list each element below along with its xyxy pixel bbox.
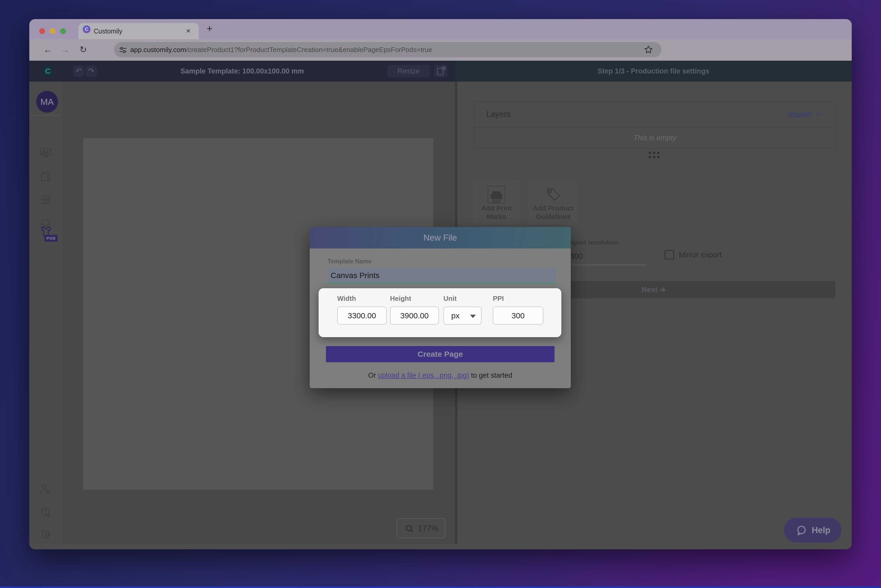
unit-value: px xyxy=(451,307,459,324)
unit-select[interactable]: px xyxy=(443,306,482,325)
url-bar[interactable]: app.customily.com/createProduct1?forProd… xyxy=(114,42,662,57)
mirror-export-label: Mirror export xyxy=(679,250,722,259)
panel-header-bar: Step 1/3 - Production file settings xyxy=(455,61,852,82)
dialog-title: New File xyxy=(310,227,571,249)
app-sidebar: MA POD xyxy=(29,82,62,544)
create-page-button[interactable]: Create Page xyxy=(326,346,555,362)
window-maximize-button[interactable] xyxy=(60,28,66,34)
template-name-label: Template Name xyxy=(327,258,371,265)
back-button[interactable]: ← xyxy=(41,39,54,61)
url-text: app.customily.com/createProduct1?forProd… xyxy=(130,42,643,57)
width-input[interactable] xyxy=(337,306,387,325)
customily-favicon-icon: C xyxy=(83,26,90,33)
redo-button[interactable]: ↷ xyxy=(86,66,97,77)
unit-label: Unit xyxy=(443,294,457,303)
browser-toolbar: ← → ↻ app.customily.com/createProduct1?f… xyxy=(29,39,852,61)
product-guidelines-tag-icon xyxy=(544,185,563,204)
account-settings-icon[interactable] xyxy=(39,483,52,496)
zoom-level: 177% xyxy=(418,519,438,539)
desktop: C Customily × + ← → ↻ app.customily.com/… xyxy=(0,0,881,588)
help-button[interactable]: Help xyxy=(784,518,842,543)
upload-file-link[interactable]: upload a file (.eps, .png, .jpg) xyxy=(378,371,469,379)
window-close-button[interactable] xyxy=(39,28,45,34)
customily-logo-icon: C xyxy=(42,66,53,76)
window-minimize-button[interactable] xyxy=(50,28,56,34)
desktop-dock-strip xyxy=(0,586,881,588)
url-path: /createProduct1?forProductTemplateCreati… xyxy=(186,46,432,54)
bookmark-star-icon[interactable] xyxy=(644,45,655,56)
dimensions-card: Width Height Unit PPI px xyxy=(318,288,561,337)
browser-window: C Customily × + ← → ↻ app.customily.com/… xyxy=(29,19,852,549)
logout-icon[interactable] xyxy=(39,528,52,541)
step-title: Step 1/3 - Production file settings xyxy=(455,61,852,82)
height-label: Height xyxy=(390,294,411,303)
sidebar-divider xyxy=(31,115,60,116)
pod-badge: POD xyxy=(45,235,57,242)
dropdown-arrow-icon xyxy=(470,315,476,318)
help-question-icon[interactable] xyxy=(39,506,52,518)
add-product-guidelines-button[interactable]: Add ProductGuidelines xyxy=(528,180,578,225)
editor-top-bar: Sample Template: 100.00x100.00 mm C ↶ ↷ … xyxy=(29,61,455,82)
new-file-dialog: New File Template Name Width Height Unit… xyxy=(310,227,571,388)
user-avatar[interactable]: MA xyxy=(36,91,58,113)
import-button[interactable]: Import xyxy=(788,102,812,127)
reload-button[interactable]: ↻ xyxy=(77,39,90,61)
width-label: Width xyxy=(337,294,356,303)
export-resolution-input[interactable]: 300 xyxy=(570,252,583,261)
store-icon[interactable] xyxy=(39,194,52,206)
add-page-icon[interactable] xyxy=(434,65,447,77)
resize-button[interactable]: Resize xyxy=(387,65,430,77)
chevron-down-icon[interactable] xyxy=(815,111,822,118)
export-resolution-underline xyxy=(567,265,645,265)
help-label: Help xyxy=(812,518,830,543)
zoom-magnifier-icon xyxy=(405,524,414,534)
template-name-input[interactable] xyxy=(327,268,556,284)
ppi-input[interactable] xyxy=(493,306,543,325)
templates-icon[interactable] xyxy=(39,170,52,183)
new-tab-button[interactable]: + xyxy=(203,19,216,39)
mirror-export-checkbox[interactable] xyxy=(665,250,674,260)
browser-tab-bar: C Customily × + xyxy=(29,19,852,39)
add-product-guidelines-label: Add ProductGuidelines xyxy=(528,204,578,221)
site-settings-icon[interactable] xyxy=(118,45,130,57)
ppi-label: PPI xyxy=(493,294,504,303)
add-print-marks-button[interactable]: Add PrintMarks xyxy=(473,180,520,225)
zoom-control[interactable]: 177% xyxy=(397,518,446,538)
tab-title: Customily xyxy=(94,23,122,39)
arrow-right-icon: ➜ xyxy=(660,286,666,294)
chat-bubble-icon xyxy=(795,525,807,537)
upload-hint: Or upload a file (.eps, .png, .jpg) to g… xyxy=(310,371,571,380)
layers-empty-text: This is empty xyxy=(474,128,836,148)
design-editor-icon[interactable] xyxy=(39,147,52,159)
tab-close-icon[interactable]: × xyxy=(183,23,194,39)
browser-tab[interactable]: C Customily × xyxy=(78,23,199,39)
drag-handle-icon[interactable] xyxy=(649,152,661,160)
height-input[interactable] xyxy=(390,306,439,325)
url-domain: app.customily.com xyxy=(130,46,186,54)
add-print-marks-label: Add PrintMarks xyxy=(473,204,520,221)
layers-panel: Layers Import This is empty xyxy=(474,101,836,148)
print-marks-icon xyxy=(488,186,505,204)
dialog-header: New File xyxy=(310,227,571,249)
forward-button[interactable]: → xyxy=(59,39,72,61)
undo-button[interactable]: ↶ xyxy=(73,66,84,77)
export-resolution-label: Export resolution xyxy=(566,239,618,246)
layers-title: Layers xyxy=(486,102,510,127)
